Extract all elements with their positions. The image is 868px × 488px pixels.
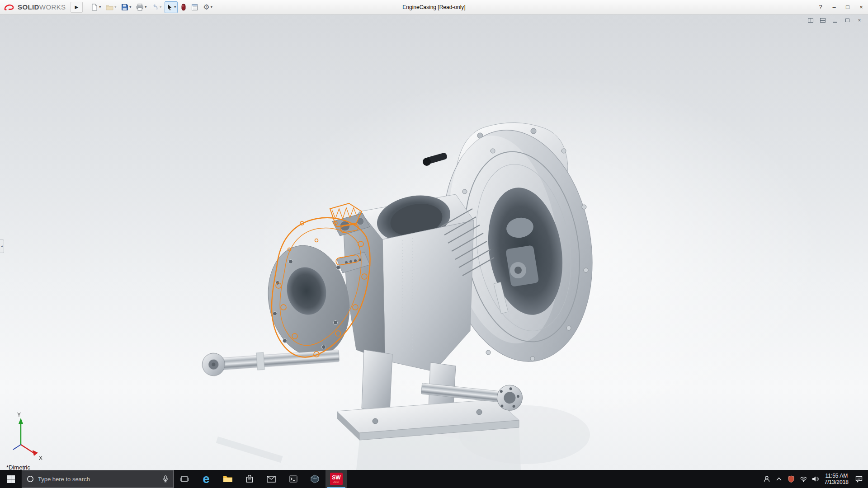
file-explorer-icon bbox=[223, 475, 233, 483]
cube-app-icon bbox=[311, 474, 319, 483]
edge-browser-button[interactable]: e bbox=[195, 470, 217, 488]
options-button[interactable]: ⚙ ▾ bbox=[201, 1, 214, 13]
sw-badge-year: 2017 bbox=[333, 480, 339, 483]
doc-restore-button[interactable] bbox=[843, 17, 851, 23]
network-button[interactable] bbox=[797, 470, 810, 488]
speaker-icon bbox=[812, 476, 819, 482]
solidworks-app-button[interactable]: SW 2017 bbox=[326, 470, 347, 488]
task-view-button[interactable] bbox=[174, 470, 195, 488]
cortana-icon bbox=[27, 475, 34, 483]
gear-icon: ⚙ bbox=[203, 4, 209, 11]
print-button[interactable]: ▾ bbox=[134, 1, 148, 13]
show-hidden-icons-button[interactable] bbox=[773, 470, 785, 488]
doc-close-button[interactable]: × bbox=[855, 17, 863, 23]
minimize-button[interactable]: – bbox=[827, 0, 841, 14]
graphics-viewport[interactable]: Y X × ◂ *Dimetric bbox=[0, 14, 868, 470]
select-tool-button[interactable]: ▾ bbox=[165, 1, 178, 13]
start-button[interactable] bbox=[0, 470, 22, 488]
solidworks-logo: SOLIDWORKS bbox=[0, 3, 71, 11]
save-button[interactable]: ▾ bbox=[119, 1, 133, 13]
taskbar-app-icons: e bbox=[174, 470, 347, 488]
clock-date: 7/13/2018 bbox=[825, 479, 849, 485]
triad-x-label: X bbox=[39, 455, 42, 461]
engine-casing-model[interactable] bbox=[202, 119, 609, 440]
file-explorer-button[interactable] bbox=[217, 470, 239, 488]
close-button[interactable]: × bbox=[854, 0, 868, 14]
sw-badge-text: SW bbox=[332, 475, 340, 480]
system-tray: 11:55 AM 7/13/2018 bbox=[761, 470, 868, 488]
view-orientation-label: *Dimetric bbox=[6, 464, 30, 470]
chevron-down-icon[interactable]: ▾ bbox=[211, 5, 212, 9]
quick-access-toolbar: ▾ ▾ ▾ bbox=[89, 1, 214, 13]
document-title: EngineCasing [Read-only] bbox=[402, 4, 465, 10]
command-prompt-button[interactable] bbox=[282, 470, 304, 488]
feature-tree-collapse-handle[interactable]: ◂ bbox=[0, 239, 4, 253]
mail-envelope-icon bbox=[267, 476, 276, 483]
doc-minimize-button[interactable] bbox=[831, 17, 839, 23]
brand-text: SOLIDWORKS bbox=[18, 3, 66, 11]
action-center-button[interactable] bbox=[853, 470, 865, 488]
security-shield-button[interactable] bbox=[785, 470, 797, 488]
windows-logo-icon bbox=[7, 475, 15, 483]
mail-button[interactable] bbox=[260, 470, 282, 488]
people-icon bbox=[763, 475, 770, 483]
chevron-down-icon[interactable]: ▾ bbox=[114, 5, 116, 9]
windows-taskbar: e bbox=[0, 470, 868, 488]
security-shield-icon bbox=[788, 475, 794, 483]
printer-icon bbox=[136, 4, 144, 11]
open-document-button[interactable]: ▾ bbox=[104, 1, 118, 13]
taskbar-search-box[interactable] bbox=[22, 470, 174, 488]
chevron-down-icon[interactable]: ▾ bbox=[129, 5, 131, 9]
undo-button[interactable]: ▾ bbox=[150, 1, 163, 13]
open-folder-icon bbox=[106, 4, 113, 11]
command-prompt-icon bbox=[289, 475, 297, 483]
search-input[interactable] bbox=[38, 476, 158, 483]
document-window-controls: × bbox=[807, 17, 863, 23]
store-bag-icon bbox=[245, 475, 254, 483]
window-controls: ? – □ × bbox=[814, 0, 868, 14]
cad-cube-tool-button[interactable] bbox=[304, 470, 326, 488]
properties-sheet-icon bbox=[191, 4, 198, 11]
people-button[interactable] bbox=[761, 470, 773, 488]
new-document-icon bbox=[91, 4, 98, 11]
chevron-down-icon[interactable]: ▾ bbox=[160, 5, 161, 9]
solidworks-window: SOLIDWORKS ▶ ▾ ▾ bbox=[0, 0, 868, 488]
orientation-triad[interactable]: Y X bbox=[13, 412, 42, 461]
help-button[interactable]: ? bbox=[814, 0, 827, 14]
menu-expand-button[interactable]: ▶ bbox=[71, 2, 83, 13]
chevron-down-icon[interactable]: ▾ bbox=[145, 5, 146, 9]
triad-y-label: Y bbox=[17, 412, 21, 418]
split-pane-horizontal-icon[interactable] bbox=[819, 17, 827, 23]
ds-swirl-icon bbox=[4, 3, 15, 11]
clock-time: 11:55 AM bbox=[825, 473, 849, 479]
appearance-button[interactable] bbox=[179, 1, 188, 13]
save-floppy-icon bbox=[121, 4, 128, 11]
taskbar-clock[interactable]: 11:55 AM 7/13/2018 bbox=[822, 473, 853, 485]
minimize-icon bbox=[833, 22, 837, 23]
chevron-up-icon bbox=[776, 477, 782, 481]
wifi-icon bbox=[800, 476, 807, 482]
viewport-3d-scene[interactable]: Y X bbox=[0, 14, 868, 470]
split-pane-vertical-icon[interactable] bbox=[807, 17, 815, 23]
maximize-button[interactable]: □ bbox=[841, 0, 854, 14]
pane-box bbox=[820, 18, 826, 23]
titlebar: SOLIDWORKS ▶ ▾ ▾ bbox=[0, 0, 868, 14]
edge-icon: e bbox=[203, 473, 209, 485]
volume-button[interactable] bbox=[810, 470, 822, 488]
microphone-icon[interactable] bbox=[162, 475, 169, 483]
pane-box bbox=[808, 18, 813, 23]
undo-arrow-icon bbox=[151, 4, 159, 11]
task-view-icon bbox=[180, 475, 189, 483]
solidworks-2017-icon: SW 2017 bbox=[330, 473, 343, 485]
microsoft-store-button[interactable] bbox=[239, 470, 260, 488]
appearance-bead-icon bbox=[181, 4, 186, 11]
select-cursor-icon bbox=[166, 4, 173, 11]
chevron-down-icon[interactable]: ▾ bbox=[99, 5, 101, 9]
new-document-button[interactable]: ▾ bbox=[89, 1, 103, 13]
chevron-down-icon[interactable]: ▾ bbox=[174, 5, 176, 9]
restore-icon bbox=[845, 19, 849, 22]
action-center-icon bbox=[855, 476, 863, 483]
file-properties-button[interactable] bbox=[189, 1, 200, 13]
